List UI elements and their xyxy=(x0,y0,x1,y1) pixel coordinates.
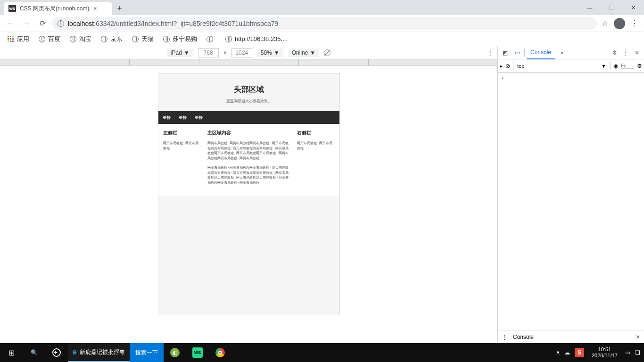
bookmark-tmall[interactable]: 天猫 xyxy=(128,33,157,45)
tab-close-icon[interactable]: × xyxy=(93,5,97,12)
taskbar-chrome[interactable] xyxy=(209,343,231,362)
rendered-page: 头部区域 重置浏览器大小查看效果。 链接 链接 链接 左侧栏 网页布局教程 · … xyxy=(158,74,339,315)
filter-input[interactable] xyxy=(621,63,634,69)
height-input[interactable] xyxy=(231,48,252,58)
window-controls: — ☐ ✕ xyxy=(579,0,644,15)
console-toolbar: ▸ ⊘ top▼ ◉ ⚙ xyxy=(498,59,644,73)
tray-sogou-icon[interactable]: S xyxy=(575,348,584,357)
ie-task-title: 新鹿鼎记被批浮夸 xyxy=(80,348,125,356)
taskbar-webstorm[interactable]: WS xyxy=(186,343,209,362)
bookmark-label: 天猫 xyxy=(141,35,154,43)
nav-link[interactable]: 链接 xyxy=(163,115,171,120)
minimize-button[interactable]: — xyxy=(579,0,601,15)
page-navbar: 链接 链接 链接 xyxy=(158,111,339,124)
window-titlebar: WS CSS 网页布局(runoob.com) × + — ☐ ✕ xyxy=(0,0,644,15)
devtools-close-icon[interactable]: ✕ xyxy=(632,48,642,58)
settings-icon[interactable]: ⚙ xyxy=(609,48,619,58)
right-title: 右侧栏 xyxy=(297,130,335,136)
bookmark-label: http://106.38.235.... xyxy=(235,35,288,42)
taskbar-app-1[interactable]: ◐ xyxy=(164,343,186,362)
nav-link[interactable]: 链接 xyxy=(195,115,203,120)
taskbar-clock[interactable]: 10:51 2020/11/17 xyxy=(589,346,620,359)
throttle-select[interactable]: Online ▼ xyxy=(288,49,320,57)
drawer-close-icon[interactable]: ✕ xyxy=(636,334,640,340)
console-settings-icon[interactable]: ⚙ xyxy=(637,63,642,69)
bookmark-jd[interactable]: 京东 xyxy=(97,33,126,45)
zoom-select[interactable]: 50% ▼ xyxy=(257,49,283,57)
zoom-value: 50% xyxy=(261,49,272,56)
bookmark-baidu[interactable]: 百度 xyxy=(35,33,64,45)
globe-icon xyxy=(206,36,213,42)
taskbar-ie[interactable]: e 新鹿鼎记被批浮夸 xyxy=(68,343,130,362)
sidebar-toggle-icon[interactable]: ▸ xyxy=(500,63,503,69)
tab-console[interactable]: Console xyxy=(527,46,555,59)
start-button[interactable]: ⊞ xyxy=(0,343,23,362)
rotate-icon[interactable] xyxy=(324,49,330,56)
clock-time: 10:51 xyxy=(592,346,618,353)
context-value: top xyxy=(517,63,524,69)
globe-icon xyxy=(101,36,107,42)
device-menu-icon[interactable]: ⋮ xyxy=(488,49,494,56)
search-icon[interactable]: 🔍 xyxy=(23,343,45,362)
new-tab-button[interactable]: + xyxy=(112,2,127,15)
bookmark-label: 苏宁易购 xyxy=(173,35,197,43)
console-output[interactable]: › xyxy=(498,73,644,330)
bookmark-taobao[interactable]: 淘宝 xyxy=(66,33,95,45)
left-sidebar: 左侧栏 网页布局教程 · 网页布局教程 xyxy=(163,130,201,190)
live-expression-icon[interactable]: ◉ xyxy=(613,63,618,69)
main-text-2: 网页布局教程 · 网页布局教程网页布局教程 · 网页布局教程网页布局教程 · 网… xyxy=(207,165,290,185)
clear-console-icon[interactable]: ⊘ xyxy=(505,63,510,69)
apps-shortcut[interactable]: 应用 xyxy=(4,33,33,45)
drawer-console-tab[interactable]: Console xyxy=(513,334,534,340)
address-bar: ← → ⟳ i localhost:63342/untitled3/Index.… xyxy=(0,15,644,32)
device-select[interactable]: iPad ▼ xyxy=(167,49,193,57)
task-view-icon[interactable]: ✦ xyxy=(45,343,68,362)
url-input[interactable]: i localhost:63342/untitled3/Index.html?_… xyxy=(52,17,597,30)
tray-chevron-icon[interactable]: ʌ xyxy=(556,349,560,356)
page-header: 头部区域 重置浏览器大小查看效果。 xyxy=(158,74,339,111)
nav-link[interactable]: 链接 xyxy=(179,115,187,120)
back-button[interactable]: ← xyxy=(4,17,17,30)
system-tray: ʌ ☁ S 10:51 2020/11/17 ▭ ❏ xyxy=(553,346,644,359)
devtools-menu-icon[interactable]: ⋮ xyxy=(620,48,631,58)
tray-onedrive-icon[interactable]: ☁ xyxy=(564,349,570,356)
more-tabs-icon[interactable]: » xyxy=(557,48,567,58)
devtools-split: iPad ▼ × 50% ▼ Online ▼ ⋮ 头部区域 重置浏览器大小查看… xyxy=(0,46,644,343)
show-desktop-icon[interactable]: ❏ xyxy=(635,349,640,356)
bookmark-suning[interactable]: 苏宁易购 xyxy=(159,33,201,45)
drawer-menu-icon[interactable]: ⋮ xyxy=(502,334,507,340)
browser-tab[interactable]: WS CSS 网页布局(runoob.com) × xyxy=(4,2,112,15)
site-info-icon[interactable]: i xyxy=(58,20,64,27)
right-text: 网页布局教程 · 网页布局教程 xyxy=(297,141,335,151)
notifications-icon[interactable]: ▭ xyxy=(625,349,630,356)
devtools-panel: ◩ ▭ Console » ⚙ ⋮ ✕ ▸ ⊘ top▼ ◉ ⚙ › ⋮ Con… xyxy=(498,46,644,343)
bookmark-star-icon[interactable]: ☆ xyxy=(602,19,608,28)
throttle-value: Online xyxy=(292,49,308,56)
bookmark-label: 百度 xyxy=(48,35,60,43)
bookmarks-bar: 应用 百度 淘宝 京东 天猫 苏宁易购 http://106.38.235...… xyxy=(0,32,644,46)
context-select[interactable]: top▼ xyxy=(513,62,611,70)
bookmark-empty[interactable] xyxy=(203,34,220,44)
console-prompt: › xyxy=(502,74,504,81)
chrome-menu-icon[interactable]: ⋮ xyxy=(631,19,638,28)
device-name: iPad xyxy=(171,49,182,56)
dimension-separator: × xyxy=(223,49,227,56)
tab-title: CSS 网页布局(runoob.com) xyxy=(20,5,89,13)
taskbar-search-button[interactable]: 搜索一下 xyxy=(130,343,164,362)
globe-icon xyxy=(132,36,139,42)
devtools-tabs: ◩ ▭ Console » ⚙ ⋮ ✕ xyxy=(498,46,644,59)
windows-taskbar: ⊞ 🔍 ✦ e 新鹿鼎记被批浮夸 搜索一下 ◐ WS ʌ ☁ S 10:51 2… xyxy=(0,343,644,362)
maximize-button[interactable]: ☐ xyxy=(601,0,622,15)
reload-button[interactable]: ⟳ xyxy=(36,17,49,30)
page-subtitle: 重置浏览器大小查看效果。 xyxy=(158,99,339,104)
close-window-button[interactable]: ✕ xyxy=(622,0,644,15)
device-toggle-icon[interactable]: ▭ xyxy=(512,48,522,58)
right-sidebar: 右侧栏 网页布局教程 · 网页布局教程 xyxy=(297,130,335,190)
inspect-icon[interactable]: ◩ xyxy=(500,48,510,58)
forward-button[interactable]: → xyxy=(20,17,33,30)
globe-icon xyxy=(163,36,170,42)
url-path: :63342/untitled3/Index.html?_ijt=u85re9f… xyxy=(94,20,278,27)
profile-icon[interactable] xyxy=(614,18,625,29)
bookmark-ip[interactable]: http://106.38.235.... xyxy=(222,33,291,44)
width-input[interactable] xyxy=(198,48,219,58)
